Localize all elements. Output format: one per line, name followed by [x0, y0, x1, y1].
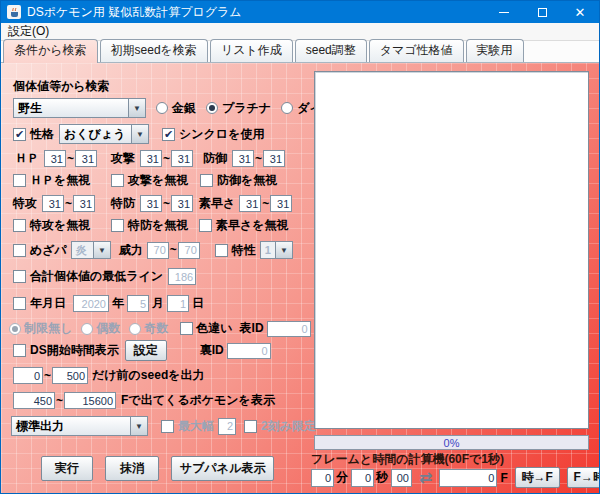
clear-button[interactable]: 抹消 — [105, 456, 159, 481]
tab-seed-adjust[interactable]: seed調整 — [295, 39, 367, 62]
ignore-hp-label[interactable]: ＨＰを無視 — [30, 172, 90, 189]
stat-spe-min[interactable]: 31 — [239, 195, 261, 212]
dstime-settings-button[interactable]: 設定 — [125, 340, 167, 361]
step-limit-checkbox[interactable] — [244, 420, 257, 433]
output-mode-select[interactable]: 標準出力 ▼ — [11, 416, 148, 436]
parity-none-label: 制限無し — [24, 320, 72, 337]
nature-select[interactable]: おくびょう ▼ — [59, 124, 149, 144]
nature-checkbox[interactable]: ✔ — [13, 128, 26, 141]
hiddenpower-max: 70 — [178, 242, 200, 259]
radio-platinum[interactable] — [206, 102, 218, 114]
ignore-spe-checkbox[interactable] — [199, 219, 212, 232]
framerange-to-field[interactable]: 15600 — [64, 392, 116, 409]
frames-to-time-button[interactable]: F→時 — [567, 467, 600, 488]
java-icon — [7, 5, 21, 19]
swap-arrows-icon: ⇄ — [419, 470, 432, 486]
tab-search-by-condition[interactable]: 条件から検索 — [3, 39, 98, 63]
ignore-spd-label[interactable]: 特防を無視 — [128, 217, 188, 234]
shiny-label: 色違い — [196, 320, 232, 337]
ignore-def-checkbox[interactable] — [200, 174, 213, 187]
hiddenpower-type-select: 炎 ▼ — [71, 241, 111, 259]
radio-goldsilver[interactable] — [156, 102, 168, 114]
radio-goldsilver-label[interactable]: 金銀 — [172, 100, 196, 117]
run-button[interactable]: 実行 — [41, 456, 93, 481]
sync-checkbox[interactable]: ✔ — [162, 128, 175, 141]
hiddenpower-type-value: 炎 — [72, 242, 93, 258]
date-month-unit: 月 — [152, 295, 164, 312]
calc-minutes-field[interactable]: 0 — [311, 469, 334, 487]
output-mode-value: 標準出力 — [12, 417, 130, 435]
stat-def-max[interactable]: 31 — [263, 150, 285, 167]
stat-spa-min[interactable]: 31 — [42, 195, 64, 212]
ignore-spa-label[interactable]: 特攻を無視 — [30, 217, 90, 234]
close-icon[interactable]: ✕ — [561, 1, 599, 23]
date-checkbox[interactable] — [13, 297, 26, 310]
seedout-from-field[interactable]: 0 — [13, 367, 43, 384]
parity-odd-label: 奇数 — [144, 320, 168, 337]
sid-field: 0 — [227, 343, 271, 359]
ignore-atk-checkbox[interactable] — [111, 174, 124, 187]
sid-label: 裏ID — [200, 342, 224, 359]
stat-spd-min[interactable]: 31 — [140, 195, 162, 212]
dstime-checkbox[interactable] — [13, 344, 26, 357]
calc-frac-field[interactable]: 00 — [391, 469, 412, 487]
ignore-atk-label[interactable]: 攻撃を無視 — [128, 172, 188, 189]
maxwidth-field: 2 — [218, 418, 236, 435]
tilde: ~ — [44, 369, 51, 383]
time-to-frames-button[interactable]: 時→F — [515, 467, 560, 488]
tab-experimental[interactable]: 実験用 — [466, 39, 524, 62]
calc-seconds-field[interactable]: 0 — [351, 469, 374, 487]
chevron-down-icon[interactable]: ▼ — [131, 125, 148, 143]
ignore-spe-label[interactable]: 素早さを無視 — [216, 217, 289, 234]
hiddenpower-min: 70 — [147, 242, 169, 259]
ignore-hp-checkbox[interactable] — [13, 174, 26, 187]
stat-atk-max[interactable]: 31 — [171, 150, 193, 167]
ignore-spa-checkbox[interactable] — [13, 219, 26, 232]
stat-hp-label: ＨＰ — [15, 150, 39, 167]
tab-egg-pid[interactable]: タマゴ性格値 — [369, 39, 464, 62]
maxwidth-checkbox[interactable] — [161, 420, 174, 433]
radio-platinum-label[interactable]: プラチナ — [222, 100, 271, 117]
chevron-down-icon[interactable]: ▼ — [130, 417, 147, 435]
hiddenpower-checkbox[interactable] — [13, 244, 26, 257]
tilde: ~ — [170, 243, 177, 257]
check-icon: ✔ — [164, 129, 173, 140]
ignore-def-label[interactable]: 防御を無視 — [217, 172, 277, 189]
date-day-field: 1 — [167, 295, 189, 312]
calc-seconds-unit: 秒 — [376, 469, 388, 486]
minimize-icon[interactable] — [485, 1, 523, 23]
stat-spa-max[interactable]: 31 — [73, 195, 95, 212]
stat-hp-min[interactable]: 31 — [44, 150, 66, 167]
nature-label: 性格 — [30, 126, 54, 143]
tilde: ~ — [67, 152, 74, 166]
chevron-down-icon[interactable]: ▼ — [128, 99, 145, 117]
seedout-to-field[interactable]: 500 — [52, 367, 88, 384]
dstime-label: DS開始時間表示 — [30, 342, 119, 359]
stat-spe-max[interactable]: 31 — [270, 195, 292, 212]
ability-value: 1 — [261, 242, 275, 258]
tab-search-initial-seed[interactable]: 初期seedを検索 — [100, 39, 208, 62]
stat-atk-min[interactable]: 31 — [140, 150, 162, 167]
maximize-icon[interactable] — [523, 1, 561, 23]
framerange-from-field[interactable]: 450 — [13, 392, 55, 409]
ability-checkbox[interactable] — [215, 244, 228, 257]
radio-diamondpearl[interactable] — [281, 102, 293, 114]
framerange-label: Fで出てくるポケモンを表示 — [121, 392, 275, 409]
calc-minutes-unit: 分 — [336, 469, 348, 486]
ignore-spd-checkbox[interactable] — [111, 219, 124, 232]
seedout-label: だけ前のseedを出力 — [92, 367, 204, 384]
result-output-area[interactable] — [314, 71, 589, 429]
stat-spa-label: 特攻 — [13, 195, 37, 212]
sync-label: シンクロを使用 — [179, 126, 264, 143]
stat-hp-max[interactable]: 31 — [75, 150, 97, 167]
shiny-checkbox[interactable] — [180, 322, 193, 335]
calc-frames-field[interactable]: 0 — [439, 469, 497, 487]
stat-def-min[interactable]: 31 — [232, 150, 254, 167]
chevron-down-icon: ▼ — [93, 242, 110, 258]
stat-spd-max[interactable]: 31 — [171, 195, 193, 212]
subpanel-button[interactable]: サブパネル表示 — [171, 456, 274, 481]
tab-list-create[interactable]: リスト作成 — [210, 39, 293, 62]
encounter-mode-select[interactable]: 野生 ▼ — [13, 98, 146, 118]
totaliv-checkbox[interactable] — [13, 270, 26, 283]
menu-settings[interactable]: 設定(O) — [1, 23, 56, 40]
